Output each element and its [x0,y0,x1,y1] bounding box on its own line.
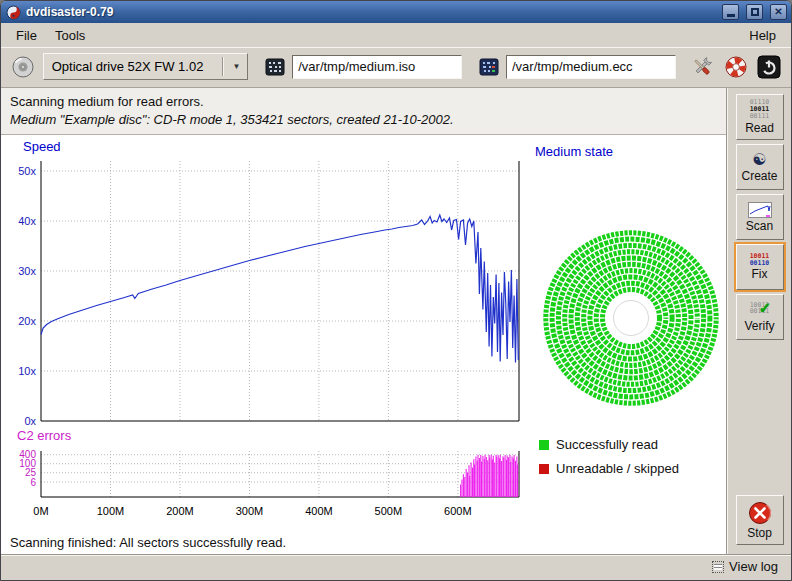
menu-file[interactable]: File [7,25,46,46]
svg-text:500M: 500M [375,505,403,517]
svg-text:C2 errors: C2 errors [17,428,72,443]
minimize-button[interactable] [722,4,739,20]
scan-result-status: Scanning finished: All sectors successfu… [1,533,726,554]
status-line-2: Medium "Example disc": CD-R mode 1, 3534… [10,111,717,129]
window-title: dvdisaster-0.79 [26,5,715,19]
success-color-swatch [539,440,549,450]
lifebelt-help-icon [724,55,748,79]
legend-success-label: Successfully read [556,437,658,452]
legend-success: Successfully read [539,437,679,452]
svg-text:30x: 30x [18,265,36,277]
svg-text:200M: 200M [166,505,194,517]
fix-binary-icon: 10011 00110 [750,253,770,267]
create-button[interactable]: ☯ Create [736,144,784,190]
statusbar: View log [1,554,791,580]
status-line-1: Scanning medium for read errors. [10,93,717,111]
app-window: dvdisaster-0.79 ✕ File Tools Help Optica… [0,0,792,581]
combo-separator [222,57,223,76]
iso-path-input[interactable] [292,55,462,79]
drive-button[interactable] [9,53,37,81]
menu-tools[interactable]: Tools [46,25,94,46]
titlebar[interactable]: dvdisaster-0.79 ✕ [1,1,791,23]
read-binary-icon: 01110 10011 00111 [750,99,770,119]
chevron-down-icon: ▼ [229,62,245,71]
svg-text:600M: 600M [444,505,472,517]
action-sidebar: 01110 10011 00111 Read ☯ Create Scan [727,88,791,554]
iso-file-icon [264,56,286,78]
main-panel: Scanning medium for read errors. Medium … [1,88,727,554]
svg-text:Speed: Speed [23,139,61,154]
legend-unreadable-label: Unreadable / skipped [556,461,679,476]
fix-label: Fix [752,267,768,281]
tools-wrench-icon [689,54,715,80]
power-icon [757,55,781,79]
unreadable-color-swatch [539,464,549,474]
minimize-icon [727,14,735,17]
help-button[interactable] [722,53,750,81]
menubar: File Tools Help [1,23,791,47]
drive-select[interactable]: Optical drive 52X FW 1.02 ▼ [43,53,249,80]
toolbar: Optical drive 52X FW 1.02 ▼ [1,47,791,88]
preferences-button[interactable] [688,53,716,81]
view-log-label: View log [729,559,778,574]
scan-label: Scan [746,219,773,233]
svg-text:10x: 10x [18,365,36,377]
read-button[interactable]: 01110 10011 00111 Read [736,94,784,140]
svg-text:40x: 40x [18,215,36,227]
fix-button[interactable]: 10011 00110 Fix [736,244,784,290]
content-area: Scanning medium for read errors. Medium … [1,88,791,554]
legend-unreadable: Unreadable / skipped [539,461,679,476]
stop-icon [748,501,772,525]
app-icon [6,5,21,20]
verify-check-icon: 10011 00111 ✓ [750,302,770,318]
medium-state-legend: Successfully read Unreadable / skipped [539,437,679,476]
stop-button[interactable]: Stop [736,495,784,545]
scan-button[interactable]: Scan [736,194,784,240]
create-label: Create [741,169,777,183]
optical-disc-icon [11,55,35,79]
scan-chart-icon [748,202,772,218]
ecc-file-icon [478,56,500,78]
verify-label: Verify [744,319,774,333]
close-icon: ✕ [774,7,782,17]
svg-text:0x: 0x [24,415,36,427]
maximize-button[interactable] [746,4,763,20]
speed-c2-chart: 0x10x20x30x40x50x4001002560M100M200M300M… [3,137,527,521]
svg-text:100M: 100M [97,505,125,517]
medium-state-disc [536,223,726,413]
charts-region: 0x10x20x30x40x50x4001002560M100M200M300M… [1,135,726,533]
verify-button[interactable]: 10011 00111 ✓ Verify [736,294,784,340]
status-area: Scanning medium for read errors. Medium … [1,88,726,135]
stop-label: Stop [747,526,772,540]
close-button[interactable]: ✕ [770,4,787,20]
medium-state-panel: Medium state Successfully read Unreadabl… [527,135,726,533]
svg-text:0M: 0M [33,505,48,517]
quit-button[interactable] [755,53,783,81]
create-yinyang-icon: ☯ [752,152,766,168]
menu-help[interactable]: Help [740,25,785,46]
view-log-button[interactable]: View log [706,556,784,577]
drive-select-value: Optical drive 52X FW 1.02 [52,59,216,74]
maximize-icon [751,8,759,16]
svg-text:300M: 300M [236,505,264,517]
svg-text:20x: 20x [18,315,36,327]
read-label: Read [745,121,774,135]
svg-text:6: 6 [30,477,36,488]
log-icon [712,561,724,573]
ecc-path-input[interactable] [506,55,676,79]
medium-state-title: Medium state [535,144,613,159]
svg-text:400M: 400M [305,505,333,517]
svg-text:50x: 50x [18,165,36,177]
